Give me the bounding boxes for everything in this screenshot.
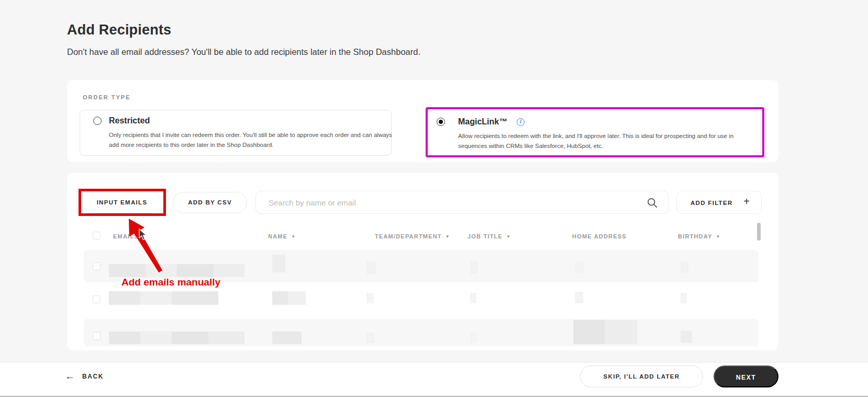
redacted-email-cell [109,291,218,305]
back-label: BACK [82,373,104,380]
order-type-option-restricted[interactable]: Restricted Only recipients that I invite… [80,110,392,156]
redacted-cell [470,333,476,343]
redacted-cell [681,261,688,274]
page-title: Add Recipients [67,22,171,38]
redacted-cell [575,292,583,303]
add-recipients-page: Add Recipients Don't have all email addr… [0,0,868,400]
redacted-cell [681,293,687,303]
search-box [255,191,669,214]
column-header-name[interactable]: NAME▼ [268,233,296,239]
plus-icon: + [743,196,750,208]
add-filter-button[interactable]: ADD FILTER + [676,191,762,214]
search-input[interactable] [269,191,635,213]
page-subtitle: Don't have all email addresses? You'll b… [67,47,420,57]
add-by-csv-button[interactable]: ADD BY CSV [173,192,247,213]
sort-icon: ▼ [446,234,450,239]
redacted-name-cell [272,255,285,272]
order-type-label: ORDER TYPE [83,94,131,100]
column-header-job-title[interactable]: JOB TITLE▼ [468,233,511,239]
redacted-cell [366,293,374,303]
column-header-home-address: HOME ADDRESS [572,233,627,239]
redacted-email-cell [109,264,244,277]
add-filter-label: ADD FILTER [691,200,733,206]
select-all-checkbox[interactable] [93,232,101,239]
option-description: Allow recipients to redeem with the link… [458,131,759,151]
table-scrollbar-thumb[interactable] [757,223,761,241]
skip-button[interactable]: SKIP, I'LL ADD LATER [580,365,703,387]
option-title: MagicLink™ [458,117,507,127]
back-arrow-icon: ← [65,371,75,382]
input-emails-button[interactable]: INPUT EMAILS [82,192,162,213]
order-type-option-magiclink[interactable]: MagicLink™ i Allow recipients to redeem … [429,110,761,156]
column-header-team-department[interactable]: TEAM/DEPARTMENT▼ [375,233,450,239]
sort-icon: ▼ [291,234,296,239]
redacted-email-cell [109,332,244,344]
radio-restricted[interactable] [93,117,102,125]
search-icon[interactable] [647,198,658,208]
redacted-cell [470,261,478,274]
column-header-emails: EMAILS [113,233,139,239]
sort-icon: ▼ [716,234,720,239]
redacted-cell [470,293,476,303]
annotation-label: Add emails manually [121,277,220,288]
redacted-cell [681,330,692,343]
row-checkbox[interactable] [93,262,101,270]
redacted-address-cell [573,320,637,344]
option-description: Only recipients that I invite can redeem… [109,130,396,150]
info-icon[interactable]: i [517,118,525,126]
below-edge [0,397,868,400]
radio-magiclink[interactable] [437,118,445,126]
redacted-cell [366,333,375,343]
row-checkbox[interactable] [93,295,101,303]
back-button[interactable]: ← BACK [65,365,104,387]
column-header-birthday[interactable]: BIRTHDAY▼ [678,233,721,239]
redacted-cell [575,261,584,274]
row-checkbox[interactable] [93,332,101,340]
sort-icon: ▼ [506,234,511,239]
next-button[interactable]: NEXT [714,365,778,387]
redacted-cell [366,261,376,274]
redacted-name-cell [272,332,302,344]
redacted-name-cell [272,291,306,305]
option-title: Restricted [109,116,150,125]
